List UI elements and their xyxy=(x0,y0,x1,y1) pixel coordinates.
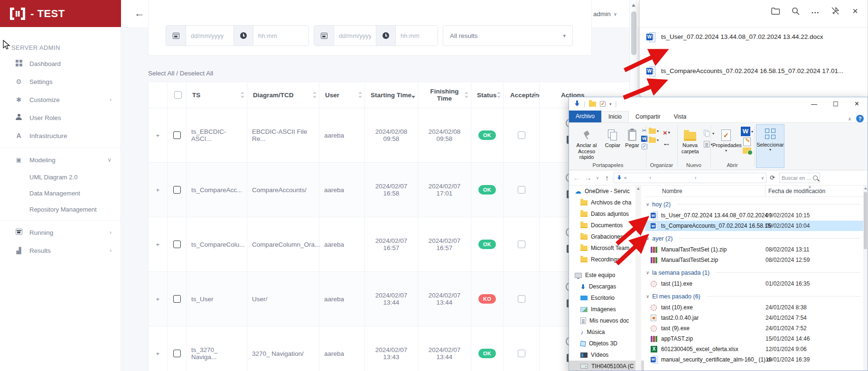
scroll-up-arrow-icon[interactable] xyxy=(632,4,635,7)
row-expander[interactable]: + xyxy=(149,326,168,371)
tab-compartir[interactable]: Compartir xyxy=(629,111,667,122)
paste-button[interactable]: Pegar xyxy=(623,127,641,148)
header-user[interactable]: User xyxy=(319,82,365,108)
column-name[interactable]: Nombre xyxy=(645,186,765,196)
start-date-input[interactable] xyxy=(186,26,233,46)
acceptance-checkbox[interactable] xyxy=(518,131,525,139)
sidebar-item-customize[interactable]: ✱ Customize › xyxy=(0,91,121,109)
tree-item-folder[interactable]: Documentos xyxy=(569,220,644,231)
tree-item-drive-c[interactable]: TIH0405100A (C xyxy=(569,361,644,371)
file-row[interactable]: appTAST.zip 15/01/2024 14:46 xyxy=(645,334,863,344)
explorer-search-box[interactable]: Buscar en ... xyxy=(779,173,820,183)
header-select[interactable] xyxy=(168,82,187,108)
copy-to-icon[interactable]: ▾ xyxy=(649,138,659,143)
close-icon[interactable]: × xyxy=(850,6,860,16)
tree-scrollbar[interactable] xyxy=(635,186,641,371)
acceptance-checkbox[interactable] xyxy=(518,295,525,303)
header-status[interactable]: Status xyxy=(471,82,504,108)
sidebar-item-running[interactable]: Running › xyxy=(0,223,121,241)
file-row[interactable]: tast2.0.0.40.jar 24/01/2024 7:54 xyxy=(645,313,863,323)
tree-item-this-pc[interactable]: Este equipo xyxy=(569,269,644,281)
breadcrumb-separator-icon[interactable]: › xyxy=(650,175,651,180)
delete-icon[interactable]: ×▾ xyxy=(663,129,670,137)
file-row[interactable]: tast (9).exe 24/01/2024 7:52 xyxy=(645,323,863,334)
sidebar-subitem-uml-diagram[interactable]: UML Diagram 2.0 xyxy=(0,169,121,185)
file-row[interactable]: ManualTastTestSet (1).zip 08/02/2024 13:… xyxy=(645,244,863,255)
tree-item-folder[interactable]: Grabaciones xyxy=(569,231,644,242)
select-all-toggle[interactable]: Select All / Deselect All xyxy=(148,70,213,77)
row-expander[interactable]: + xyxy=(149,163,168,217)
file-list-scrollbar[interactable] xyxy=(863,186,868,371)
acceptance-checkbox[interactable] xyxy=(518,350,525,357)
file-group-header[interactable]: ∨la semana pasada (1) xyxy=(645,267,863,278)
open-folder-icon[interactable] xyxy=(771,6,780,16)
row-checkbox[interactable] xyxy=(173,295,181,303)
sidebar-item-user-roles[interactable]: User Roles xyxy=(0,109,121,127)
start-time-input[interactable] xyxy=(253,26,308,46)
sidebar-item-settings[interactable]: ⚙ Settings xyxy=(0,73,121,91)
minimize-button[interactable]: — xyxy=(803,97,825,111)
file-row[interactable]: ManualTastTestSet.zip 08/02/2024 12:59 xyxy=(645,255,863,265)
refresh-icon[interactable]: ⟳ xyxy=(768,174,776,181)
clock-icon[interactable] xyxy=(376,26,396,46)
calendar-icon[interactable] xyxy=(166,26,186,46)
move-to-icon[interactable]: ▾ xyxy=(649,129,659,134)
copy-button[interactable]: Copiar xyxy=(602,127,623,148)
new-folder-button[interactable]: Nueva carpeta xyxy=(678,127,702,154)
tree-item-recordings[interactable]: Recordings xyxy=(569,254,644,265)
tree-item-pictures[interactable]: Imágenes xyxy=(569,304,644,315)
qat-customize-icon[interactable]: ▾ xyxy=(609,102,611,106)
back-arrow-icon[interactable]: ← xyxy=(134,7,145,19)
download-item[interactable]: W ts_User_07.02.2024 13.44.08_07.02.2024… xyxy=(646,29,862,56)
explorer-titlebar[interactable]: | ✓ ▾ | — ☐ × xyxy=(569,97,868,111)
nav-history-chevron-icon[interactable]: ∨ xyxy=(595,176,600,180)
column-date-modified[interactable]: ∨Fecha de modificación xyxy=(765,186,863,196)
unpin-icon[interactable] xyxy=(831,6,840,16)
folder-icon[interactable] xyxy=(589,102,596,107)
row-expander[interactable]: + xyxy=(149,217,168,272)
breadcrumb-separator-icon[interactable]: › xyxy=(695,175,696,180)
file-row-selected[interactable]: W ts_CompareAccounts_07.02.2024 16.58.15… xyxy=(645,221,863,231)
scrollbar-thumb[interactable] xyxy=(631,11,636,55)
select-button[interactable]: Seleccionar ▾ xyxy=(756,124,784,168)
edit-icon[interactable] xyxy=(743,138,751,146)
tree-item-folder[interactable]: Microsoft Team xyxy=(569,242,644,254)
sidebar-item-dashboard[interactable]: Dashboard xyxy=(0,55,121,73)
file-row[interactable]: tast (10).exe 24/01/2024 8:38 xyxy=(645,302,863,313)
nav-forward-icon[interactable]: → xyxy=(583,174,593,182)
header-starting-time[interactable]: Starting Time xyxy=(365,82,418,108)
tree-item-onedrive[interactable]: ☁OneDrive - Servic xyxy=(569,186,644,197)
download-item[interactable]: W ts_CompareAccounts_07.02.2024 16.58.15… xyxy=(646,64,862,90)
clock-icon[interactable] xyxy=(233,26,253,46)
row-checkbox[interactable] xyxy=(173,186,181,194)
row-checkbox[interactable] xyxy=(173,241,181,248)
close-button[interactable]: × xyxy=(846,97,868,111)
sidebar-subitem-repository-management[interactable]: Repository Management xyxy=(0,201,121,217)
row-expander[interactable]: + xyxy=(149,108,168,163)
file-row[interactable]: W manual_security_certificate_alm-160_ (… xyxy=(645,354,863,365)
nav-back-icon[interactable]: ← xyxy=(572,174,581,182)
row-checkbox[interactable] xyxy=(173,350,181,357)
row-checkbox[interactable] xyxy=(173,131,181,139)
help-icon[interactable]: ? xyxy=(856,115,864,122)
maximize-button[interactable]: ☐ xyxy=(825,97,846,111)
file-row[interactable]: tast (11).exe 01/02/2024 16:35 xyxy=(645,278,863,289)
file-row[interactable]: X 6012300405_excel_oferta.xlsx 12/01/202… xyxy=(645,344,863,354)
sidebar-item-modeling[interactable]: ▣ Modeling ∨ xyxy=(0,151,121,169)
tab-inicio[interactable]: Inicio xyxy=(601,111,629,122)
more-options-icon[interactable]: ... xyxy=(811,6,820,16)
collapse-ribbon-icon[interactable]: ∧ xyxy=(848,116,851,121)
rename-icon[interactable]: ⊷ xyxy=(664,141,669,148)
properties-check-icon[interactable]: ✓ xyxy=(600,101,606,107)
header-diagram[interactable]: Diagram/TCD xyxy=(247,82,319,108)
tree-item-3d-objects[interactable]: Objetos 3D xyxy=(569,338,644,349)
tree-item-folder[interactable]: Datos adjuntos xyxy=(569,208,644,220)
tree-item-desktop[interactable]: Escritorio xyxy=(569,292,644,304)
file-group-header[interactable]: ∨ayer (2) xyxy=(645,232,863,244)
file-group-header[interactable]: ∨hoy (2) xyxy=(645,198,863,210)
tree-item-folder[interactable]: Archivos de cha xyxy=(569,197,644,208)
end-date-input[interactable] xyxy=(334,26,376,46)
tree-item-downloads[interactable]: ⬇Descargas xyxy=(569,281,644,292)
address-bar[interactable]: « › › ∨ xyxy=(614,173,766,183)
sidebar-item-results[interactable]: ▟ Results › xyxy=(0,241,121,260)
